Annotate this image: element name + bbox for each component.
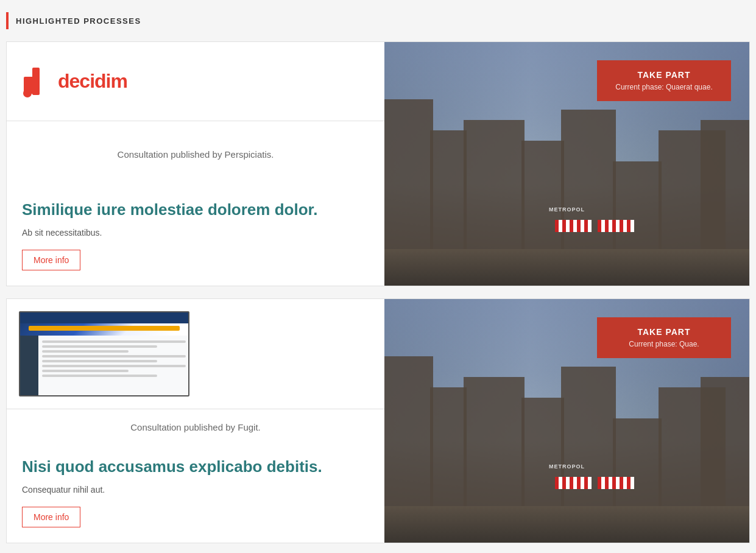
page-wrapper: HIGHLIGHTED PROCESSES: [6, 12, 750, 543]
publisher-text-1: Consultation published by Perspiciatis.: [118, 149, 274, 160]
take-part-title-1: TAKE PART: [612, 70, 716, 80]
street-2: [384, 506, 749, 543]
take-part-phase-1: Current phase: Quaerat quae.: [612, 83, 716, 91]
scr-line: [42, 340, 186, 343]
screenshot-inner: [20, 336, 188, 395]
card-publisher-1: Consultation published by Perspiciatis.: [7, 121, 384, 188]
more-info-button-1[interactable]: More info: [22, 250, 80, 270]
scr-line: [42, 370, 129, 372]
awning-4: [598, 477, 634, 489]
screenshot-lines: [42, 340, 186, 379]
card-right-2: METROPOL TAKE PART Current phase: Quae.: [384, 299, 749, 543]
card-title-2: Nisi quod accusamus explicabo debitis.: [22, 457, 369, 477]
scr-line: [42, 350, 129, 353]
card-left-1: decidim Consultation published by Perspi…: [7, 42, 384, 286]
take-part-phase-2: Current phase: Quae.: [612, 340, 716, 348]
process-card-1: decidim Consultation published by Perspi…: [6, 41, 750, 286]
scr-line: [42, 355, 186, 358]
street-1: [384, 249, 749, 286]
cards-container: decidim Consultation published by Perspi…: [6, 41, 750, 543]
take-part-banner-1[interactable]: TAKE PART Current phase: Quaerat quae.: [597, 60, 731, 101]
card-title-1: Similique iure molestiae dolorem dolor.: [22, 200, 369, 220]
card-logo-area-2: [7, 299, 384, 409]
decidim-brand-text: decidim: [58, 70, 127, 93]
process-card-2: Consultation published by Fugit. Nisi qu…: [6, 298, 750, 543]
card-right-1: METROPOL TAKE PART Current phase: Quaera…: [384, 42, 749, 286]
scr-line: [42, 360, 157, 362]
card-content-2: Nisi quod accusamus explicabo debitis. C…: [7, 445, 384, 543]
card-publisher-2: Consultation published by Fugit.: [7, 409, 384, 445]
take-part-banner-2[interactable]: TAKE PART Current phase: Quae.: [597, 317, 731, 358]
card-logo-area-1: decidim: [7, 42, 384, 121]
screenshot-sidebar: [20, 336, 38, 395]
metropol-sign-1: METROPOL: [549, 206, 585, 213]
screenshot-thumb: [19, 311, 189, 396]
awning-2: [598, 220, 634, 232]
more-info-button-2[interactable]: More info: [22, 507, 80, 527]
scr-line: [42, 375, 157, 377]
awning-1: [555, 220, 592, 232]
scr-line: [42, 365, 186, 367]
title-bar: HIGHLIGHTED PROCESSES: [6, 12, 141, 29]
card-description-2: Consequatur nihil aut.: [22, 485, 369, 495]
publisher-text-2: Consultation published by Fugit.: [130, 422, 260, 432]
awning-3: [555, 477, 592, 489]
metropol-sign-2: METROPOL: [549, 463, 585, 470]
accent-bar: [6, 12, 9, 29]
page-title: HIGHLIGHTED PROCESSES: [16, 16, 141, 26]
take-part-title-2: TAKE PART: [612, 327, 716, 337]
card-content-1: Similique iure molestiae dolorem dolor. …: [7, 188, 384, 286]
scr-line: [42, 345, 157, 348]
card-left-2: Consultation published by Fugit. Nisi qu…: [7, 299, 384, 543]
decidim-logo: decidim: [19, 65, 127, 98]
decidim-icon: [19, 65, 55, 98]
card-description-1: Ab sit necessitatibus.: [22, 228, 369, 238]
svg-point-2: [23, 89, 32, 97]
page-header: HIGHLIGHTED PROCESSES: [6, 12, 750, 29]
